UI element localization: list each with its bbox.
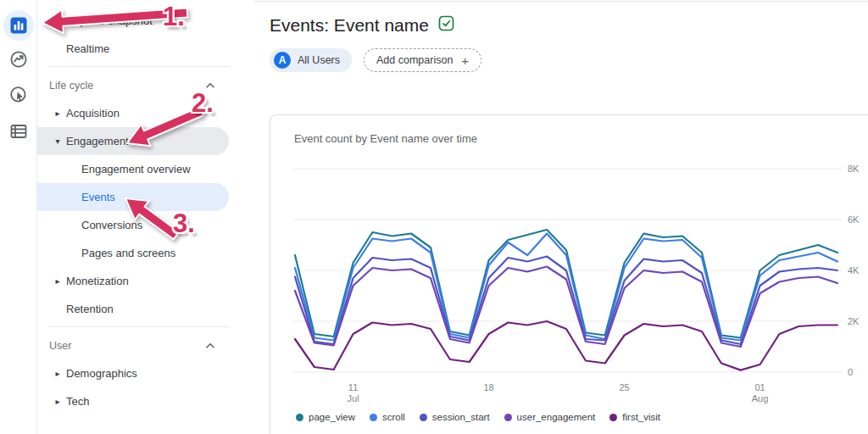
add-comparison-label: Add comparison — [376, 54, 453, 66]
sidebar-item-retention[interactable]: Retention — [37, 295, 254, 323]
y-tick-label: 0 — [848, 367, 868, 377]
sidebar-item-label: Acquisition — [66, 107, 120, 120]
legend-item-page_view[interactable]: page_view — [296, 412, 355, 422]
x-tick-label: 18 — [464, 382, 515, 393]
sidebar-item-demographics[interactable]: ▸Demographics — [37, 359, 254, 387]
explore-cursor-icon[interactable] — [8, 85, 29, 105]
sidebar-item-label: Reports snapshot — [66, 14, 153, 27]
y-tick-label: 2K — [848, 316, 868, 326]
sidebar-divider — [49, 66, 229, 67]
sidebar-item-engagement-overview[interactable]: Engagement overview — [37, 155, 254, 183]
legend-item-user_engagement[interactable]: user_engagement — [504, 412, 596, 422]
sidebar-item-label: Retention — [66, 303, 114, 315]
all-users-chip[interactable]: A All Users — [270, 48, 352, 72]
legend-dot-icon — [296, 414, 303, 421]
page-title-row: Events: Event name — [270, 14, 455, 36]
triangle-right-icon[interactable]: ▸ — [49, 397, 66, 406]
y-tick-label: 8K — [848, 164, 868, 174]
add-comparison-button[interactable]: Add comparison + — [364, 48, 481, 72]
triangle-right-icon[interactable]: ▸ — [49, 276, 66, 286]
report-nav-sidebar: Reports snapshotRealtimeLife cycle▸Acqui… — [37, 0, 254, 434]
sidebar-item-events[interactable]: Events — [37, 183, 229, 211]
legend-item-session_start[interactable]: session_start — [420, 412, 490, 422]
legend-label: user_engagement — [517, 412, 596, 422]
sidebar-item-label: Engagement — [66, 135, 129, 147]
sidebar-item-conversions[interactable]: Conversions — [37, 211, 254, 239]
page-title: Events: Event name — [270, 15, 429, 36]
chevron-up-icon[interactable] — [205, 342, 215, 349]
triangle-right-icon[interactable]: ▸ — [49, 369, 66, 378]
bar-chart-icon[interactable] — [3, 10, 34, 41]
legend-label: session_start — [432, 412, 490, 422]
chevron-up-icon[interactable] — [205, 82, 215, 89]
sidebar-item-label: Tech — [66, 395, 89, 408]
plus-icon: + — [461, 53, 469, 68]
chart-title: Event count by Event name over time — [294, 132, 477, 145]
chart-card: Event count by Event name over time 8K6K… — [270, 114, 868, 434]
all-users-label: All Users — [298, 54, 340, 66]
legend-label: page_view — [309, 412, 355, 422]
sidebar-item-label: Monetization — [66, 275, 129, 287]
sidebar-item-label: Engagement overview — [81, 163, 191, 175]
line-series-session_start — [295, 257, 837, 345]
doc-check-icon[interactable] — [437, 14, 455, 36]
section-label: Life cycle — [49, 80, 93, 92]
trend-circle-icon[interactable] — [8, 49, 29, 70]
x-tick-label: 01Aug — [735, 382, 786, 404]
legend-item-scroll[interactable]: scroll — [370, 412, 405, 422]
sidebar-divider — [49, 326, 229, 327]
line-chart[interactable]: 8K6K4K2K0 11Jul182501Aug — [293, 162, 843, 379]
legend-dot-icon — [420, 414, 427, 421]
y-tick-label: 6K — [848, 214, 868, 225]
legend-label: first_visit — [622, 412, 660, 422]
sidebar-item-acquisition[interactable]: ▸Acquisition — [37, 99, 254, 127]
chart-legend: page_viewscrollsession_startuser_engagem… — [296, 412, 660, 422]
x-tick-label: 25 — [599, 382, 650, 393]
line-series-first_visit — [295, 321, 837, 370]
sidebar-item-label: Events — [81, 191, 115, 203]
sidebar-section-user[interactable]: User — [37, 331, 254, 359]
sidebar-item-engagement[interactable]: ▾Engagement — [37, 127, 229, 155]
legend-item-first_visit[interactable]: first_visit — [609, 412, 660, 422]
sidebar-item-realtime[interactable]: Realtime — [37, 35, 254, 63]
line-series-user_engagement — [295, 267, 837, 348]
legend-label: scroll — [382, 412, 405, 422]
sidebar-item-label: Pages and screens — [81, 247, 175, 259]
legend-dot-icon — [370, 414, 377, 421]
chart-canvas — [293, 162, 843, 379]
sidebar-item-label: Realtime — [66, 42, 109, 55]
y-tick-label: 4K — [848, 265, 868, 275]
legend-dot-icon — [504, 414, 512, 421]
left-icon-rail — [0, 0, 37, 434]
x-tick-label: 11Jul — [328, 382, 379, 404]
triangle-down-icon[interactable]: ▾ — [49, 136, 66, 146]
sidebar-section-life-cycle[interactable]: Life cycle — [37, 71, 254, 99]
comparison-bar: A All Users Add comparison + — [270, 48, 481, 72]
sidebar-item-reports-snapshot[interactable]: Reports snapshot — [37, 7, 254, 35]
legend-dot-icon — [609, 414, 617, 421]
section-label: User — [49, 340, 71, 352]
sidebar-item-pages-and-screens[interactable]: Pages and screens — [37, 239, 254, 267]
sidebar-item-label: Conversions — [81, 219, 142, 231]
triangle-right-icon[interactable]: ▸ — [49, 108, 66, 118]
sidebar-item-label: Demographics — [66, 367, 137, 380]
table-list-icon[interactable] — [8, 121, 29, 142]
sidebar-item-tech[interactable]: ▸Tech — [37, 387, 254, 415]
sidebar-item-monetization[interactable]: ▸Monetization — [37, 267, 254, 295]
avatar: A — [274, 52, 291, 69]
